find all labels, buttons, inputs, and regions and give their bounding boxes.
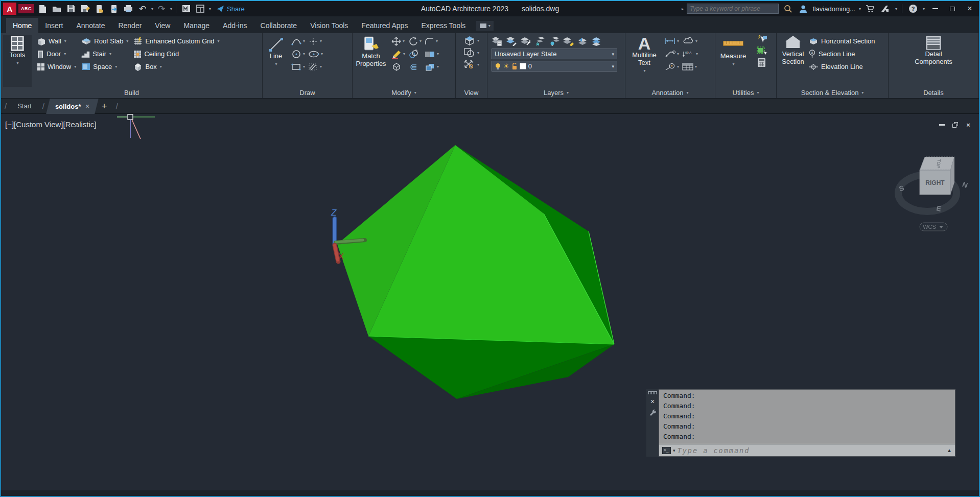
command-close-button[interactable]: × [650, 398, 655, 405]
save-as-button[interactable] [79, 3, 91, 15]
tab-vision-tools[interactable]: Vision Tools [304, 18, 355, 33]
search-collapse-arrow[interactable]: ▸ [682, 7, 684, 11]
panel-label-details[interactable]: Details [889, 87, 978, 98]
ellipse-button[interactable]: ▾ [308, 48, 323, 60]
panel-label-section[interactable]: Section & Elevation▾ [777, 87, 888, 98]
drawing-close-button[interactable]: × [965, 121, 972, 128]
horizontal-section-button[interactable]: Horizontal Section [808, 35, 875, 48]
help-button[interactable]: ? [907, 3, 919, 15]
sheet-set-button[interactable] [194, 3, 206, 15]
open-from-web-button[interactable] [94, 3, 106, 15]
layer-merge-button[interactable] [592, 36, 603, 46]
command-history[interactable]: Command: Command: Command: Command: Comm… [659, 390, 955, 444]
save-to-web-button[interactable] [108, 3, 120, 15]
drawing-minimize-button[interactable] [938, 121, 945, 128]
match-properties-button[interactable]: Match Properties [355, 35, 387, 87]
quick-select-button[interactable] [749, 35, 774, 44]
command-input-bar[interactable]: >_ ▾ ▲ [659, 444, 955, 456]
table-button[interactable]: ▾ [682, 60, 698, 73]
save-button[interactable] [65, 3, 77, 15]
command-input[interactable] [678, 446, 945, 455]
user-avatar[interactable] [797, 3, 809, 15]
offset-button[interactable] [408, 60, 422, 73]
file-tab-close-icon[interactable]: × [85, 102, 89, 110]
elevation-line-button[interactable]: Elevation Line [808, 60, 875, 73]
multiline-text-button[interactable]: A Multiline Text ▾ [627, 35, 661, 87]
redo-dropdown[interactable]: ▾ [170, 7, 172, 11]
markup-import-button[interactable] [180, 3, 192, 15]
user-dropdown[interactable]: ▾ [859, 7, 861, 11]
line-button[interactable]: Line ▾ [265, 35, 287, 87]
detail-components-button[interactable]: Detail Components [908, 35, 959, 87]
open-button[interactable] [51, 3, 63, 15]
tab-home[interactable]: Home [6, 18, 38, 33]
fillet-button[interactable]: ▾ [425, 35, 439, 48]
share-button[interactable]: Share [213, 5, 248, 13]
minimize-button[interactable] [928, 3, 942, 14]
tab-collaborate[interactable]: Collaborate [254, 18, 304, 33]
dimension-button[interactable]: ▾ [664, 35, 679, 48]
make-current-button[interactable] [520, 36, 531, 46]
tab-featured-apps[interactable]: Featured Apps [355, 18, 414, 33]
revision-cloud-button[interactable]: ▾ [682, 35, 698, 48]
tools-button[interactable]: Tools ▾ [3, 35, 32, 87]
viewcube-north[interactable]: N [961, 180, 969, 189]
drawing-restore-button[interactable] [951, 121, 959, 128]
tab-addins[interactable]: Add-ins [216, 18, 253, 33]
autocad-logo[interactable]: A [3, 3, 16, 15]
layer-combo[interactable]: ☀ 0 ▾ [492, 61, 617, 72]
command-expand-arrow[interactable]: ▲ [947, 447, 952, 453]
tab-express-tools[interactable]: Express Tools [414, 18, 472, 33]
help-dropdown[interactable]: ▾ [923, 7, 925, 11]
search-button[interactable] [782, 3, 794, 15]
roof-slab-button[interactable]: Roof Slab▾ [81, 35, 128, 48]
hatch-button[interactable]: ▾ [308, 60, 323, 73]
move-button[interactable]: ▾ [391, 35, 405, 48]
quick-calc-button[interactable] [749, 58, 774, 67]
autodesk-dropdown[interactable]: ▾ [895, 7, 897, 11]
cart-button[interactable] [864, 3, 876, 15]
window-button[interactable]: Window▾ [37, 60, 76, 73]
tab-annotate[interactable]: Annotate [69, 18, 111, 33]
recent-commands-dropdown[interactable]: ▾ [673, 448, 675, 453]
close-button[interactable]: × [963, 3, 977, 14]
layer-match-button[interactable] [506, 36, 517, 46]
explode-button[interactable] [391, 60, 405, 73]
command-customize-wrench-icon[interactable] [649, 409, 656, 416]
viewport-controls-label[interactable]: [−][Custom View][Realistic] [5, 120, 97, 129]
drawing-canvas[interactable]: Z X [−][Custom View][Realistic] × S E N [1, 114, 979, 497]
command-drag-grip[interactable] [648, 391, 657, 394]
named-views-button[interactable]: ▾ [463, 48, 479, 58]
rectangle-button[interactable]: ▾ [291, 60, 305, 73]
search-box[interactable] [687, 4, 779, 14]
space-button[interactable]: Space▾ [81, 60, 128, 73]
panel-label-annotation[interactable]: Annotation▾ [625, 87, 715, 98]
stair-button[interactable]: Stair▾ [81, 48, 128, 60]
undo-button[interactable]: ↶ [136, 3, 149, 15]
measure-button[interactable]: Measure ▾ [717, 35, 749, 87]
circle-button[interactable]: ▾ [291, 48, 305, 60]
search-input[interactable] [690, 5, 776, 12]
wall-button[interactable]: Wall▾ [37, 35, 76, 48]
new-drawing-tab-button[interactable]: + [97, 101, 112, 112]
qat-customize-dropdown[interactable]: ▾ [209, 7, 211, 11]
panel-label-layers[interactable]: Layers▾ [487, 87, 625, 98]
select-similar-button[interactable] [749, 46, 774, 56]
erase-button[interactable]: ▾ [391, 48, 405, 60]
tab-render[interactable]: Render [111, 18, 148, 33]
zoom-extents-button[interactable]: ▾ [463, 59, 479, 69]
redo-button[interactable]: ↷ [155, 3, 168, 15]
stretch-button[interactable]: ▾ [425, 48, 439, 60]
annotation-tag-button[interactable]: 09.A▾ [682, 48, 698, 60]
leader-button[interactable]: ▾ [664, 48, 679, 60]
door-button[interactable]: Door▾ [37, 48, 76, 60]
tag-button[interactable]: ▾ [664, 60, 679, 73]
undo-dropdown[interactable]: ▾ [151, 7, 153, 11]
vertical-section-button[interactable]: Vertical Section [779, 35, 807, 87]
layer-properties-button[interactable] [492, 36, 503, 46]
enhanced-custom-grid-button[interactable]: Enhanced Custom Grid▾ [133, 35, 219, 48]
tab-view[interactable]: View [148, 18, 177, 33]
tab-manage[interactable]: Manage [177, 18, 216, 33]
viewcube[interactable]: S E N RIGHT TOP WCS [884, 151, 979, 238]
ribbon-display-toggle[interactable]: ▾ [476, 21, 494, 31]
